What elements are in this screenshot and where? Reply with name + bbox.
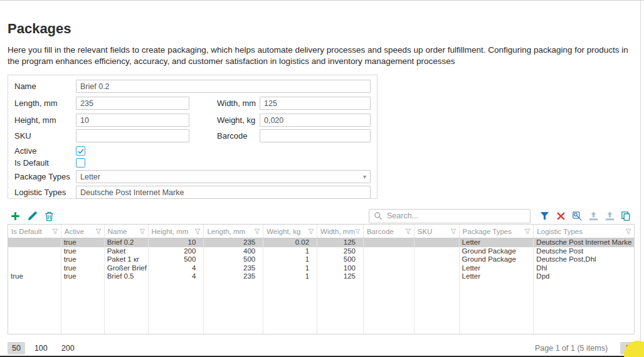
filter-funnel-icon[interactable]: [625, 228, 631, 235]
table-row[interactable]: trueGroßer Brief42351100LetterDhl: [8, 264, 634, 273]
package-types-value: Letter: [80, 173, 100, 181]
empty-cell: [317, 281, 364, 334]
column-header[interactable]: Barcode: [364, 225, 414, 238]
table-row[interactable]: truetrueBrief 0.542351125LetterDpd: [8, 272, 634, 281]
filter-funnel-icon[interactable]: [194, 228, 201, 235]
empty-cell: [534, 281, 634, 334]
height-input[interactable]: [76, 114, 189, 127]
table-cell: [364, 272, 414, 281]
column-header[interactable]: Height, mm: [149, 225, 204, 238]
table-cell: 1: [263, 264, 317, 273]
empty-cell: [263, 281, 317, 334]
clipboard-copy-icon: [621, 211, 631, 221]
table-cell: 1: [263, 272, 317, 281]
page-size-100[interactable]: 100: [30, 342, 52, 354]
filter-funnel-icon[interactable]: [308, 228, 314, 235]
table-row[interactable]: trueBrief 0.2102350.02125LetterDeutsche …: [8, 238, 634, 247]
clear-filter-button[interactable]: [553, 208, 569, 224]
table-cell: true: [8, 272, 61, 281]
table-cell: 4: [149, 264, 204, 273]
height-label: Height, mm: [14, 115, 76, 125]
table-cell: [364, 255, 414, 264]
length-input[interactable]: [76, 97, 189, 110]
table-cell: [414, 238, 460, 247]
column-header[interactable]: Active: [61, 225, 105, 238]
table-cell: 1: [263, 255, 317, 264]
table-cell: 125: [317, 238, 364, 247]
table-row[interactable]: truePaket 1 кг5005001500Ground PackageDe…: [8, 255, 634, 264]
package-types-row: Package Types Letter ▾: [14, 170, 371, 183]
table-cell: Deutsche Post Internet Marke: [534, 238, 634, 247]
is-default-label: Is Default: [14, 158, 76, 168]
name-input[interactable]: [76, 80, 371, 93]
table-cell: 4: [149, 272, 204, 281]
column-header[interactable]: Name: [105, 225, 149, 238]
filter-funnel-icon[interactable]: [254, 228, 260, 235]
export-button[interactable]: [602, 208, 618, 224]
column-header-label: Package Types: [463, 228, 512, 235]
column-header[interactable]: Weight, kg: [263, 225, 317, 238]
column-header[interactable]: Length, mm: [204, 225, 263, 238]
barcode-input[interactable]: [260, 129, 371, 142]
table-cell: Dhl: [534, 264, 634, 273]
empty-cell: [61, 281, 105, 334]
sku-input[interactable]: [76, 129, 189, 142]
column-header[interactable]: Package Types: [460, 225, 534, 238]
column-header[interactable]: Width, mm: [317, 225, 364, 238]
table-cell: 500: [204, 255, 263, 264]
filter-funnel-icon[interactable]: [95, 228, 102, 235]
package-types-select[interactable]: Letter ▾: [76, 170, 371, 183]
filter-funnel-icon[interactable]: [355, 228, 361, 235]
pager: 50 100 200 Page 1 of 1 (5 items) 1: [8, 342, 635, 354]
column-header[interactable]: SKU: [414, 225, 460, 238]
table-cell: Deutsche Post,Dhl: [534, 255, 634, 264]
is-default-checkbox[interactable]: [76, 158, 85, 168]
table-cell: true: [61, 255, 105, 264]
table-row[interactable]: truePaket2004001250Ground PackageDeutsch…: [8, 247, 634, 256]
copy-button[interactable]: [618, 208, 634, 224]
search-box: [369, 209, 531, 223]
empty-cell: [8, 281, 61, 334]
page-description: Here you fill in the relevant fields to …: [8, 45, 631, 67]
filter-funnel-icon[interactable]: [524, 228, 531, 235]
search-panel-icon: [572, 211, 583, 221]
search-panel-button[interactable]: [569, 208, 585, 224]
table-cell: 200: [149, 247, 204, 256]
width-input[interactable]: [260, 97, 371, 110]
pager-info: Page 1 of 1 (5 items): [535, 344, 608, 353]
table-body: trueBrief 0.2102350.02125LetterDeutsche …: [8, 238, 634, 334]
table-empty-area: [8, 281, 634, 334]
edit-button[interactable]: [24, 208, 40, 224]
table-cell: true: [61, 247, 105, 256]
table-cell: 0.02: [263, 238, 317, 247]
active-label: Active: [14, 146, 76, 156]
weight-input[interactable]: [260, 114, 371, 127]
table-cell: [364, 238, 414, 247]
page-title: Packages: [8, 21, 71, 37]
filter-funnel-icon[interactable]: [405, 228, 411, 235]
table-cell: Letter: [460, 238, 534, 247]
table-cell: Letter: [460, 264, 534, 273]
filter-funnel-icon[interactable]: [139, 228, 145, 235]
filter-funnel-icon[interactable]: [52, 228, 58, 235]
apply-filter-button[interactable]: [537, 208, 552, 224]
column-header[interactable]: Is Default: [8, 225, 61, 238]
column-header-label: Width, mm: [320, 228, 355, 235]
name-row: Name: [14, 80, 371, 93]
delete-button[interactable]: [41, 208, 57, 224]
package-types-label: Package Types: [14, 172, 76, 181]
grid-toolbar: [8, 208, 635, 224]
active-checkbox[interactable]: [76, 146, 85, 156]
column-header[interactable]: Logistic Types: [534, 225, 634, 238]
logistic-types-input[interactable]: [76, 186, 371, 199]
table-cell: 125: [317, 272, 364, 281]
column-header-label: Name: [108, 228, 127, 235]
search-input[interactable]: [387, 211, 525, 220]
page-size-200[interactable]: 200: [57, 342, 79, 354]
table-cell: [414, 272, 460, 281]
page-size-50[interactable]: 50: [8, 342, 25, 354]
filter-funnel-icon[interactable]: [450, 228, 457, 235]
table-cell: 500: [149, 255, 204, 264]
import-button[interactable]: [586, 208, 601, 224]
add-button[interactable]: [8, 208, 23, 224]
